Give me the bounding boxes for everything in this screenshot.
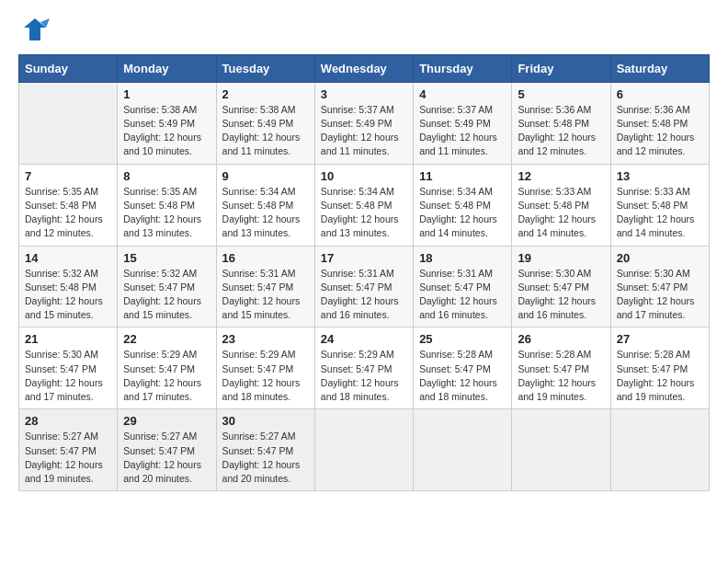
header-day-sunday: Sunday (19, 54, 118, 82)
calendar-cell: 5Sunrise: 5:36 AM Sunset: 5:48 PM Daylig… (512, 82, 610, 164)
day-number: 11 (419, 169, 506, 183)
day-info: Sunrise: 5:37 AM Sunset: 5:49 PM Dayligh… (321, 103, 407, 159)
day-info: Sunrise: 5:27 AM Sunset: 5:47 PM Dayligh… (123, 430, 210, 486)
day-number: 28 (25, 414, 111, 428)
header-day-thursday: Thursday (414, 54, 512, 82)
header-day-wednesday: Wednesday (314, 54, 413, 82)
day-info: Sunrise: 5:29 AM Sunset: 5:47 PM Dayligh… (123, 348, 210, 404)
day-number: 23 (222, 332, 309, 346)
day-number: 8 (123, 169, 210, 183)
calendar-cell: 7Sunrise: 5:35 AM Sunset: 5:48 PM Daylig… (19, 164, 118, 246)
day-number: 2 (222, 87, 309, 101)
calendar-week-5: 28Sunrise: 5:27 AM Sunset: 5:47 PM Dayli… (19, 409, 710, 491)
calendar-cell: 13Sunrise: 5:33 AM Sunset: 5:48 PM Dayli… (610, 164, 709, 246)
day-number: 7 (25, 169, 111, 183)
calendar-cell: 18Sunrise: 5:31 AM Sunset: 5:47 PM Dayli… (414, 246, 512, 327)
calendar-cell: 6Sunrise: 5:36 AM Sunset: 5:48 PM Daylig… (610, 82, 709, 164)
day-number: 5 (518, 87, 604, 101)
day-info: Sunrise: 5:30 AM Sunset: 5:47 PM Dayligh… (518, 267, 604, 323)
calendar-cell: 3Sunrise: 5:37 AM Sunset: 5:49 PM Daylig… (314, 82, 413, 164)
day-number: 3 (321, 87, 407, 101)
calendar-body: 1Sunrise: 5:38 AM Sunset: 5:49 PM Daylig… (19, 82, 710, 490)
day-info: Sunrise: 5:36 AM Sunset: 5:48 PM Dayligh… (617, 103, 703, 159)
day-number: 20 (617, 251, 703, 265)
day-info: Sunrise: 5:38 AM Sunset: 5:49 PM Dayligh… (123, 103, 210, 159)
day-info: Sunrise: 5:34 AM Sunset: 5:48 PM Dayligh… (419, 185, 506, 241)
calendar-cell: 8Sunrise: 5:35 AM Sunset: 5:48 PM Daylig… (118, 164, 216, 246)
calendar-table: SundayMondayTuesdayWednesdayThursdayFrid… (18, 54, 710, 491)
calendar-header-row: SundayMondayTuesdayWednesdayThursdayFrid… (19, 54, 710, 82)
calendar-cell: 24Sunrise: 5:29 AM Sunset: 5:47 PM Dayli… (314, 327, 413, 409)
day-info: Sunrise: 5:31 AM Sunset: 5:47 PM Dayligh… (222, 267, 309, 323)
calendar-cell: 4Sunrise: 5:37 AM Sunset: 5:49 PM Daylig… (414, 82, 512, 164)
calendar-cell: 20Sunrise: 5:30 AM Sunset: 5:47 PM Dayli… (610, 246, 709, 327)
day-number: 26 (518, 332, 604, 346)
day-number: 16 (222, 251, 309, 265)
day-info: Sunrise: 5:31 AM Sunset: 5:47 PM Dayligh… (419, 267, 506, 323)
day-info: Sunrise: 5:29 AM Sunset: 5:47 PM Dayligh… (321, 348, 407, 404)
calendar-cell: 26Sunrise: 5:28 AM Sunset: 5:47 PM Dayli… (512, 327, 610, 409)
day-number: 29 (123, 414, 210, 428)
day-number: 9 (222, 169, 309, 183)
day-info: Sunrise: 5:35 AM Sunset: 5:48 PM Dayligh… (25, 185, 111, 241)
calendar-cell: 25Sunrise: 5:28 AM Sunset: 5:47 PM Dayli… (414, 327, 512, 409)
logo-bird-icon (20, 15, 50, 44)
day-number: 22 (123, 332, 210, 346)
day-info: Sunrise: 5:29 AM Sunset: 5:47 PM Dayligh… (222, 348, 309, 404)
day-number: 25 (419, 332, 506, 346)
calendar-cell (314, 409, 413, 491)
day-info: Sunrise: 5:35 AM Sunset: 5:48 PM Dayligh… (123, 185, 210, 241)
day-info: Sunrise: 5:27 AM Sunset: 5:47 PM Dayligh… (25, 430, 111, 486)
day-info: Sunrise: 5:33 AM Sunset: 5:48 PM Dayligh… (518, 185, 604, 241)
day-number: 4 (419, 87, 506, 101)
day-number: 17 (321, 251, 407, 265)
logo-line1 (18, 15, 50, 49)
calendar-cell: 12Sunrise: 5:33 AM Sunset: 5:48 PM Dayli… (512, 164, 610, 246)
day-info: Sunrise: 5:32 AM Sunset: 5:47 PM Dayligh… (123, 267, 210, 323)
header-day-monday: Monday (118, 54, 216, 82)
day-info: Sunrise: 5:32 AM Sunset: 5:48 PM Dayligh… (25, 267, 111, 323)
day-number: 21 (25, 332, 111, 346)
day-number: 6 (617, 87, 703, 101)
calendar-cell: 16Sunrise: 5:31 AM Sunset: 5:47 PM Dayli… (216, 246, 314, 327)
day-info: Sunrise: 5:28 AM Sunset: 5:47 PM Dayligh… (419, 348, 506, 404)
day-info: Sunrise: 5:36 AM Sunset: 5:48 PM Dayligh… (518, 103, 604, 159)
page-header (18, 15, 710, 49)
calendar-cell: 27Sunrise: 5:28 AM Sunset: 5:47 PM Dayli… (610, 327, 709, 409)
day-info: Sunrise: 5:34 AM Sunset: 5:48 PM Dayligh… (222, 185, 309, 241)
day-info: Sunrise: 5:28 AM Sunset: 5:47 PM Dayligh… (617, 348, 703, 404)
day-info: Sunrise: 5:34 AM Sunset: 5:48 PM Dayligh… (321, 185, 407, 241)
day-number: 18 (419, 251, 506, 265)
calendar-cell: 17Sunrise: 5:31 AM Sunset: 5:47 PM Dayli… (314, 246, 413, 327)
day-info: Sunrise: 5:38 AM Sunset: 5:49 PM Dayligh… (222, 103, 309, 159)
calendar-cell (610, 409, 709, 491)
day-number: 13 (617, 169, 703, 183)
day-number: 24 (321, 332, 407, 346)
calendar-cell: 2Sunrise: 5:38 AM Sunset: 5:49 PM Daylig… (216, 82, 314, 164)
calendar-cell: 23Sunrise: 5:29 AM Sunset: 5:47 PM Dayli… (216, 327, 314, 409)
day-number: 27 (617, 332, 703, 346)
calendar-cell: 14Sunrise: 5:32 AM Sunset: 5:48 PM Dayli… (19, 246, 118, 327)
day-info: Sunrise: 5:27 AM Sunset: 5:47 PM Dayligh… (222, 430, 309, 486)
day-info: Sunrise: 5:37 AM Sunset: 5:49 PM Dayligh… (419, 103, 506, 159)
calendar-week-1: 1Sunrise: 5:38 AM Sunset: 5:49 PM Daylig… (19, 82, 710, 164)
calendar-week-2: 7Sunrise: 5:35 AM Sunset: 5:48 PM Daylig… (19, 164, 710, 246)
day-info: Sunrise: 5:30 AM Sunset: 5:47 PM Dayligh… (617, 267, 703, 323)
day-info: Sunrise: 5:28 AM Sunset: 5:47 PM Dayligh… (518, 348, 604, 404)
day-number: 12 (518, 169, 604, 183)
calendar-cell: 21Sunrise: 5:30 AM Sunset: 5:47 PM Dayli… (19, 327, 118, 409)
logo (18, 15, 50, 49)
header-day-saturday: Saturday (610, 54, 709, 82)
day-number: 14 (25, 251, 111, 265)
calendar-cell: 15Sunrise: 5:32 AM Sunset: 5:47 PM Dayli… (118, 246, 216, 327)
calendar-week-4: 21Sunrise: 5:30 AM Sunset: 5:47 PM Dayli… (19, 327, 710, 409)
calendar-cell: 29Sunrise: 5:27 AM Sunset: 5:47 PM Dayli… (118, 409, 216, 491)
calendar-cell (19, 82, 118, 164)
day-info: Sunrise: 5:33 AM Sunset: 5:48 PM Dayligh… (617, 185, 703, 241)
calendar-cell (512, 409, 610, 491)
day-number: 30 (222, 414, 309, 428)
calendar-cell: 19Sunrise: 5:30 AM Sunset: 5:47 PM Dayli… (512, 246, 610, 327)
calendar-cell: 11Sunrise: 5:34 AM Sunset: 5:48 PM Dayli… (414, 164, 512, 246)
calendar-cell: 22Sunrise: 5:29 AM Sunset: 5:47 PM Dayli… (118, 327, 216, 409)
calendar-cell (414, 409, 512, 491)
